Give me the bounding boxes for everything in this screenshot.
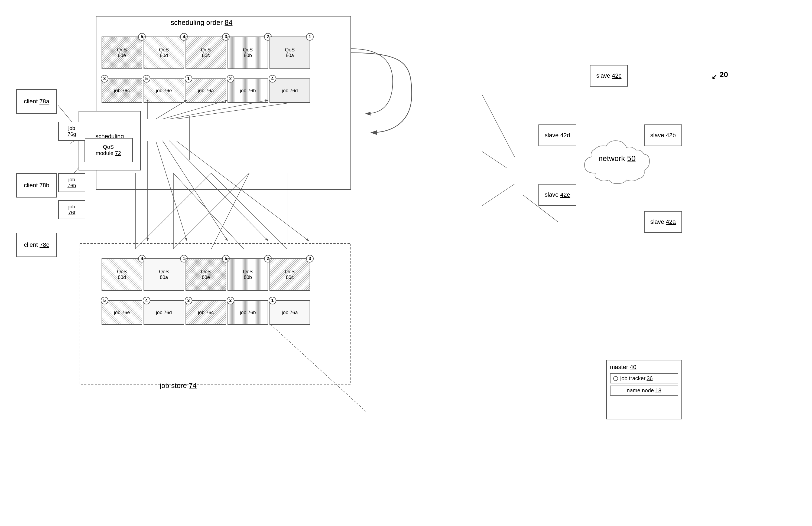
job-box-76a-bottom: 1 job 76a bbox=[270, 300, 310, 325]
qos-box-80b-top: 2 QoS 80b bbox=[228, 36, 268, 69]
job-box-76d-top: 4 job 76d bbox=[270, 78, 310, 103]
svg-line-6 bbox=[135, 173, 211, 249]
badge-2-job-76b-bot: 2 bbox=[227, 297, 234, 304]
qos-box-80d-bottom: 4 QoS 80d bbox=[102, 258, 142, 291]
qos-box-80a-bottom: 1 QoS 80a bbox=[144, 258, 184, 291]
scheduling-order-label: scheduling order 84 bbox=[171, 18, 232, 27]
badge-4-job-76d-top: 4 bbox=[269, 75, 276, 82]
job-box-76c-bottom: 3 job 76c bbox=[186, 300, 226, 325]
svg-line-11 bbox=[173, 173, 249, 249]
network-cloud: network 50 bbox=[579, 135, 655, 190]
svg-line-15 bbox=[271, 325, 366, 411]
job-76g-box: job76g bbox=[58, 122, 85, 141]
job-76f-box: job76f bbox=[58, 200, 85, 219]
name-node-row: name node 18 bbox=[610, 386, 678, 395]
badge-1-job-76a-top: 1 bbox=[185, 75, 192, 82]
job-box-76e-top: 5 job 76e bbox=[144, 78, 184, 103]
job-box-76a-top: 1 job 76a bbox=[186, 78, 226, 103]
svg-line-19 bbox=[482, 184, 514, 206]
job-box-76e-bottom: 5 job 76e bbox=[102, 300, 142, 325]
svg-line-16 bbox=[482, 95, 514, 157]
svg-line-5 bbox=[173, 173, 244, 249]
diagram-ref-20: 20 ↙ bbox=[720, 70, 728, 79]
badge-1-job-76a-bot: 1 bbox=[269, 297, 276, 304]
badge-3-bot-80c: 3 bbox=[306, 255, 314, 262]
job-store-label: job store 74 bbox=[160, 381, 197, 390]
badge-1-top-80a: 1 bbox=[306, 33, 314, 41]
qos-module-box: QoSmodule 72 bbox=[84, 138, 133, 162]
job-box-76b-top: 2 job 76b bbox=[228, 78, 268, 103]
client-78b-box: client 78b bbox=[16, 173, 57, 197]
badge-2-job-76b-top: 2 bbox=[227, 75, 234, 82]
badge-4-job-76d-bot: 4 bbox=[143, 297, 150, 304]
job-tracker-circle bbox=[613, 376, 618, 381]
svg-line-10 bbox=[211, 173, 287, 249]
job-box-76d-bottom: 4 job 76d bbox=[144, 300, 184, 325]
qos-box-80c-bottom: 3 QoS 80c bbox=[270, 258, 310, 291]
diagram-container: 20 ↙ scheduling order 84 5 QoS 80e 4 QoS… bbox=[0, 0, 812, 526]
svg-line-17 bbox=[482, 151, 507, 168]
slave-42c-box: slave 42c bbox=[590, 65, 628, 87]
slave-42e-box: slave 42e bbox=[538, 184, 576, 206]
qos-box-80a-top: 1 QoS 80a bbox=[270, 36, 310, 69]
qos-box-80e-bottom: 5 QoS 80e bbox=[186, 258, 226, 291]
slave-42d-box: slave 42d bbox=[538, 124, 576, 146]
network-label: network 50 bbox=[593, 154, 641, 163]
job-box-76b-bottom: 2 job 76b bbox=[228, 300, 268, 325]
qos-box-80c-top: 3 QoS 80c bbox=[186, 36, 226, 69]
client-78c-box: client 78c bbox=[16, 233, 57, 257]
svg-line-7 bbox=[211, 173, 249, 249]
badge-3-job-76c-top: 3 bbox=[101, 75, 108, 82]
job-76h-box: job76h bbox=[58, 173, 85, 192]
client-78a-box: client 78a bbox=[16, 89, 57, 114]
slave-42a-box: slave 42a bbox=[644, 211, 682, 233]
qos-box-80e-top: 5 QoS 80e bbox=[102, 36, 142, 69]
badge-3-job-76c-bot: 3 bbox=[185, 297, 192, 304]
job-tracker-row: job tracker 36 bbox=[610, 373, 678, 384]
badge-5-job-76e-bot: 5 bbox=[101, 297, 108, 304]
job-box-76c-top: 3 job 76c bbox=[102, 78, 142, 103]
qos-box-80b-bottom: 2 QoS 80b bbox=[228, 258, 268, 291]
badge-5-job-76e-top: 5 bbox=[143, 75, 150, 82]
master-box: master 40 job tracker 36 name node 18 bbox=[606, 360, 682, 419]
qos-box-80d-top: 4 QoS 80d bbox=[144, 36, 184, 69]
